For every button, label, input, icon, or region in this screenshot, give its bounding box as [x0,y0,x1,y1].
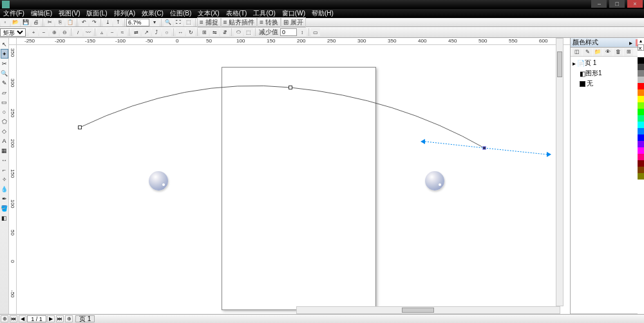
color-swatch[interactable] [638,89,644,96]
pearl-right[interactable] [425,171,444,190]
menu-effects[interactable]: 效果(C) [138,9,167,18]
extend-icon[interactable]: ↗ [142,28,151,36]
dimension-tool[interactable]: ↔ [1,155,8,165]
select-all-nodes-icon[interactable]: ⬚ [244,28,253,36]
rectangle-tool[interactable]: ▭ [1,97,8,107]
panel-header[interactable]: 颜色样式 ▸ × [571,38,644,48]
search-icon[interactable]: 🔍 [164,19,173,26]
menu-layout[interactable]: 版面(L) [83,9,110,18]
page-add-icon[interactable]: ⊕ [1,315,8,322]
break-icon[interactable]: ⊖ [60,28,69,36]
scrollbar-thumb[interactable] [402,308,434,313]
menu-arrange[interactable]: 排列(A) [111,9,138,18]
smart-fill-tool[interactable]: ▱ [1,88,8,97]
print-icon[interactable]: 🖨 [32,19,41,26]
horizontal-scrollbar[interactable] [296,306,560,314]
extract-icon[interactable]: ⤴ [152,28,161,36]
pick-tool[interactable]: ↖ [1,39,8,49]
curve-mid-node[interactable] [289,86,292,89]
paste-icon[interactable]: 📋 [66,19,75,26]
trash-icon[interactable]: 🗑 [614,48,623,56]
color-swatch[interactable] [638,134,644,141]
color-swatch[interactable] [638,96,644,102]
color-swatch[interactable] [638,167,644,173]
table-tool[interactable]: ▦ [1,145,8,155]
folder-icon[interactable]: 📁 [593,48,602,56]
pearl-left[interactable] [149,171,168,190]
panel-menu-icon[interactable]: ▸ [629,39,632,46]
smooth-icon[interactable]: ~ [108,28,117,36]
curve-end-node[interactable] [482,146,486,150]
copy-icon[interactable]: ⎘ [55,19,64,26]
page-node[interactable]: ▸ 📄 页 1 [572,58,643,68]
color-swatch[interactable] [638,128,644,134]
color-swatch[interactable] [638,154,644,160]
ruler-origin[interactable] [9,38,17,45]
first-page-icon[interactable]: ⏮ [10,315,17,322]
elastic-icon[interactable]: ⬭ [234,28,243,36]
export-icon[interactable]: ⤒ [113,19,122,26]
color-swatch[interactable] [638,83,644,89]
edit-style-icon[interactable]: ✎ [583,48,592,56]
bbox-icon[interactable]: ▭ [311,28,320,36]
align-icon[interactable]: ⊞ [200,28,209,36]
color-swatch[interactable] [638,147,644,154]
polygon-tool[interactable]: ⬠ [1,116,8,126]
palette-up-icon[interactable]: ▴ [638,38,644,44]
control-handle-right[interactable] [547,152,551,157]
eye-icon[interactable]: 👁 [603,48,612,56]
import-icon[interactable]: ⤓ [103,19,112,26]
cut-icon[interactable]: ✂ [45,19,54,26]
zoom-input[interactable] [126,19,149,26]
zoom-tool[interactable]: 🔍 [1,68,8,78]
snapto-button[interactable]: ≡ 贴齐插件 [221,17,258,28]
fullscreen-icon[interactable]: ⛶ [174,19,183,26]
tree-icon[interactable]: ⊞ [624,48,633,56]
to-curve-icon[interactable]: 〰 [84,28,93,36]
color-swatch[interactable] [638,70,644,77]
basic-shapes-tool[interactable]: ◇ [1,126,8,136]
control-handle-left[interactable] [421,139,425,144]
delete-node-icon[interactable]: − [39,28,48,36]
menu-help[interactable]: 帮助(H) [308,9,337,18]
convert-button[interactable]: ≡ 转换 [257,17,281,28]
connector-tool[interactable]: ⌐ [1,165,8,174]
curve-start-node[interactable] [78,125,82,129]
interactive-fill-tool[interactable]: ◧ [1,213,8,223]
layer-node[interactable]: ◧ 图形1 [572,68,643,78]
page-add2-icon[interactable]: ⊕ [65,315,73,322]
undo-icon[interactable]: ↶ [79,19,88,26]
spinner-icon[interactable]: ↕ [298,28,307,36]
reverse-icon[interactable]: ⇄ [131,28,140,36]
horizontal-ruler[interactable]: -250-200-150-100-50050100150200250300350… [17,38,570,45]
prev-page-icon[interactable]: ◀ [19,315,26,322]
color-swatch[interactable] [638,57,644,64]
expand-icon[interactable]: ▸ [573,60,576,67]
fill-tool[interactable]: 🪣 [1,203,8,213]
color-swatch[interactable] [638,64,644,70]
eyedropper-tool[interactable]: 💧 [1,184,8,194]
color-swatch[interactable] [638,160,644,167]
vertical-scrollbar[interactable] [556,38,564,306]
no-color-swatch[interactable]: × [638,44,644,51]
publish-icon[interactable]: ⬚ [184,19,193,26]
menu-bitmaps[interactable]: 位图(B) [167,9,194,18]
expand-button[interactable]: ⊞ 展开 [281,17,306,28]
next-page-icon[interactable]: ▶ [47,315,55,322]
outline-tool[interactable]: ✒ [1,194,8,203]
interactive-tool[interactable]: ✧ [1,174,8,184]
redo-icon[interactable]: ↷ [90,19,99,26]
reflect-h-icon[interactable]: ⇋ [210,28,219,36]
text-tool[interactable]: A [1,136,8,145]
color-swatch[interactable] [638,141,644,147]
close-curve-icon[interactable]: ○ [162,28,171,36]
stretch-icon[interactable]: ↔ [176,28,185,36]
color-swatch[interactable] [638,77,644,83]
color-swatch[interactable] [638,109,644,115]
reflect-v-icon[interactable]: ⇵ [220,28,229,36]
last-page-icon[interactable]: ⏭ [56,315,64,322]
scrollbar-thumb[interactable] [557,51,562,77]
color-swatch[interactable] [638,102,644,109]
add-node-icon[interactable]: + [29,28,38,36]
minimize-button[interactable]: – [591,0,607,8]
